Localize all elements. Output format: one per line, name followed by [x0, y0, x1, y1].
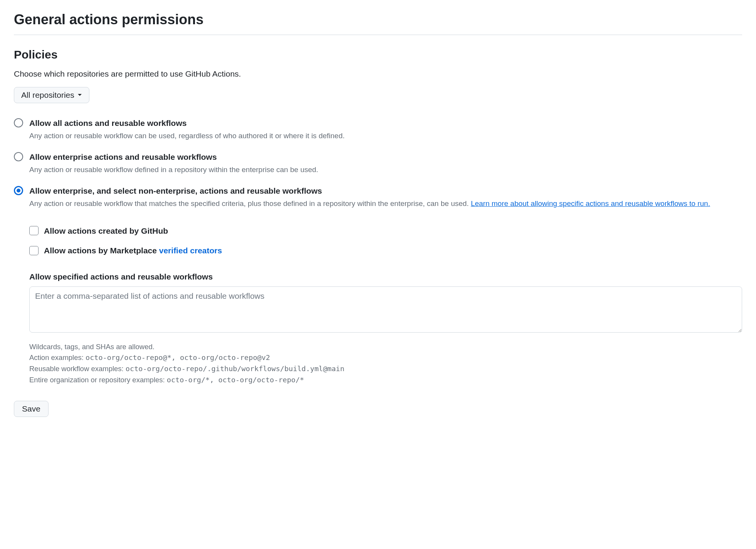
help-prefix: Reusable workflow examples: [29, 365, 126, 373]
save-button[interactable]: Save [14, 401, 49, 417]
radio-input[interactable] [14, 186, 23, 195]
radio-description-text: Any action or reusable workflow that mat… [29, 199, 471, 208]
checkbox-label: Allow actions created by GitHub [44, 225, 168, 237]
policy-radio-group: Allow all actions and reusable workflows… [14, 117, 742, 386]
help-code: octo-org/octo-repo@*, octo-org/octo-repo… [86, 353, 270, 362]
help-line: Entire organization or repository exampl… [29, 375, 742, 386]
checkbox-input[interactable] [29, 246, 39, 255]
help-code: octo-org/octo-repo/.github/workflows/bui… [126, 365, 344, 373]
checkbox-label-text: Allow actions by Marketplace [44, 246, 159, 255]
repo-selector-dropdown[interactable]: All repositories [14, 87, 89, 103]
help-prefix: Action examples: [29, 353, 86, 362]
verified-creators-link[interactable]: verified creators [159, 246, 222, 255]
radio-label: Allow all actions and reusable workflows [29, 117, 742, 129]
radio-input[interactable] [14, 118, 23, 127]
checkbox-input[interactable] [29, 226, 39, 235]
policy-option-allow-select[interactable]: Allow enterprise, and select non-enterpr… [14, 185, 742, 209]
radio-label: Allow enterprise actions and reusable wo… [29, 151, 742, 163]
repo-selector-label: All repositories [21, 90, 74, 100]
checkbox-label: Allow actions by Marketplace verified cr… [44, 244, 222, 257]
radio-label: Allow enterprise, and select non-enterpr… [29, 185, 742, 197]
checkbox-allow-github-actions[interactable]: Allow actions created by GitHub [29, 225, 742, 237]
policy-option-allow-enterprise[interactable]: Allow enterprise actions and reusable wo… [14, 151, 742, 176]
sub-options: Allow actions created by GitHub Allow ac… [29, 225, 742, 386]
help-text: Wildcards, tags, and SHAs are allowed. A… [29, 341, 742, 386]
policies-heading: Policies [14, 46, 742, 63]
specified-actions-label: Allow specified actions and reusable wor… [29, 271, 742, 283]
policies-description: Choose which repositories are permitted … [14, 68, 742, 80]
help-line: Reusable workflow examples: octo-org/oct… [29, 363, 742, 375]
help-code: octo-org/*, octo-org/octo-repo/* [167, 376, 304, 384]
policy-option-allow-all[interactable]: Allow all actions and reusable workflows… [14, 117, 742, 142]
specified-actions-textarea[interactable] [29, 286, 742, 333]
checkbox-allow-marketplace[interactable]: Allow actions by Marketplace verified cr… [29, 244, 742, 257]
help-prefix: Entire organization or repository exampl… [29, 376, 167, 384]
help-line: Action examples: octo-org/octo-repo@*, o… [29, 352, 742, 363]
radio-description: Any action or reusable workflow can be u… [29, 131, 742, 142]
radio-description: Any action or reusable workflow defined … [29, 164, 742, 176]
chevron-down-icon [77, 94, 82, 97]
learn-more-link[interactable]: Learn more about allowing specific actio… [471, 199, 710, 208]
specified-actions-block: Allow specified actions and reusable wor… [29, 271, 742, 386]
radio-input[interactable] [14, 152, 23, 161]
radio-description: Any action or reusable workflow that mat… [29, 198, 742, 209]
page-title: General actions permissions [14, 9, 742, 35]
help-line: Wildcards, tags, and SHAs are allowed. [29, 341, 742, 353]
